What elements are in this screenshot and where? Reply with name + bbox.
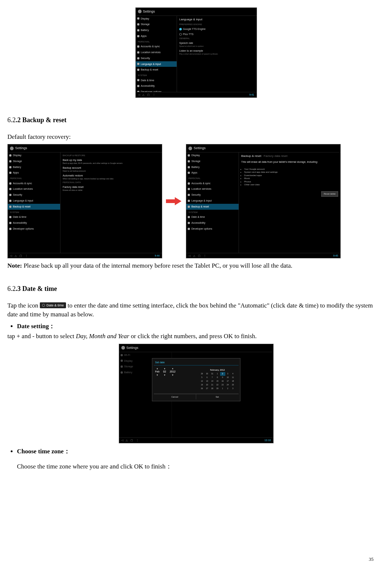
- sidebar-item-language[interactable]: Language & input: [8, 198, 60, 204]
- note-bold: Note:: [7, 262, 24, 269]
- listen-example[interactable]: Listen to an example Play a short demons…: [179, 48, 254, 56]
- sidebar-item-apps[interactable]: Apps: [186, 170, 239, 176]
- backup-account[interactable]: Backup account Need to set backup accoun…: [63, 165, 160, 173]
- sidebar-item-battery[interactable]: Battery: [136, 27, 177, 33]
- sidebar-head-personal: PERSONAL: [186, 176, 239, 180]
- sidebar-item-date[interactable]: Date & time: [186, 214, 239, 220]
- backup-data-label: Back up my data: [63, 159, 82, 161]
- ds-italic: Day, Month and Year: [76, 333, 129, 340]
- sidebar-item-battery[interactable]: Battery: [8, 164, 60, 170]
- screen-title: Settings: [126, 346, 139, 350]
- sidebar-item-location[interactable]: Location services: [8, 186, 60, 192]
- spin-month[interactable]: ▲Feb▼: [155, 367, 160, 392]
- sidebar-item-apps[interactable]: Apps: [8, 170, 60, 176]
- backup-restore-head: BACKUP & RESTORE: [63, 154, 160, 157]
- settings-sidebar: Display Storage Battery Apps PERSONAL Ac…: [8, 152, 60, 253]
- sidebar-item-accounts[interactable]: Accounts & sync: [8, 181, 60, 186]
- sidebar-item-language[interactable]: Language & input: [136, 61, 177, 67]
- reset-warning-text: This will erase all data from your table…: [241, 161, 318, 163]
- sidebar-item-date[interactable]: Date & time: [8, 214, 60, 220]
- date-time-badge: Date & time: [40, 302, 66, 309]
- settings-main: Language & input PREFERRED ENGINE Google…: [177, 16, 256, 92]
- sidebar-item-storage[interactable]: Storage: [136, 21, 177, 27]
- heading-623: 6.2.3 Date & time: [7, 281, 385, 295]
- speech-rate[interactable]: Speech rate Speed at which text is spoke…: [179, 41, 254, 48]
- screen-header: Settings: [8, 144, 162, 152]
- reset-tablet-button[interactable]: Reset tablet: [321, 191, 338, 196]
- settings-screen-date: Settings Wi-Fi Display Storage Battery S…: [119, 344, 274, 443]
- screen-title: Settings: [194, 146, 206, 151]
- ds-b: or click the right numbers, and press OK…: [129, 333, 257, 340]
- sidebar-item-accounts[interactable]: Accounts & sync: [136, 44, 177, 49]
- cancel-button[interactable]: Cancel: [154, 394, 197, 399]
- sidebar-head-system: SYSTEM: [186, 210, 239, 214]
- calendar[interactable]: February, 2012 2930311234 567891011 1213…: [198, 367, 237, 392]
- gear-icon: [138, 10, 142, 13]
- crumb-sub: Factory data reset: [264, 154, 287, 158]
- sidebar-item-backup[interactable]: Backup & reset: [186, 204, 239, 210]
- sidebar-item-display[interactable]: Display: [186, 152, 239, 158]
- sidebar-item-accounts[interactable]: Accounts & sync: [186, 181, 239, 186]
- backup-account-label: Backup account: [63, 166, 81, 169]
- datetime-intro: Tap the icon Date & time to enter the da…: [7, 301, 385, 319]
- sidebar-item-developer[interactable]: Developer options: [136, 89, 177, 92]
- sidebar-item-date[interactable]: Date & time: [136, 78, 177, 83]
- spin-year[interactable]: ▲2012▼: [170, 367, 176, 392]
- spin-day[interactable]: ▲02▼: [163, 367, 166, 392]
- sidebar-item-backup[interactable]: Backup & reset: [136, 67, 177, 73]
- badge-label: Date & time: [46, 303, 64, 308]
- sidebar-item-display[interactable]: Display: [8, 152, 60, 158]
- gear-icon: [121, 346, 125, 350]
- set-date-dialog: Set date ▲Feb▼ ▲02▼ ▲2012▼ February, 201…: [152, 358, 240, 402]
- backup-screen-right: Settings Display Storage Battery Apps PE…: [186, 144, 341, 258]
- sidebar-item-accessibility[interactable]: Accessibility: [186, 220, 239, 226]
- factory-reset-desc: Erases all data on tablet: [63, 189, 160, 192]
- sidebar-item-language[interactable]: Language & input: [186, 198, 239, 204]
- engine-pico[interactable]: Pico TTS: [179, 32, 254, 37]
- sidebar-item-accessibility[interactable]: Accessibility: [136, 83, 177, 89]
- screen-header: Settings: [119, 344, 273, 352]
- set-button[interactable]: Set: [196, 394, 239, 399]
- nav-icons[interactable]: ◁ △ ▢ ⋮: [138, 93, 157, 97]
- sidebar-item-location[interactable]: Location services: [186, 186, 239, 192]
- sidebar-item-backup[interactable]: Backup & reset: [8, 204, 60, 210]
- backup-data[interactable]: Back up my data Back up app data, Wi-Fi …: [63, 158, 160, 165]
- sidebar-item-security[interactable]: Security: [186, 192, 239, 198]
- sidebar-item-display[interactable]: Display: [136, 16, 177, 22]
- clock-icon: [42, 304, 45, 307]
- backup-screen-left: Settings Display Storage Battery Apps PE…: [7, 144, 162, 258]
- sidebar-item-storage[interactable]: Storage: [186, 158, 239, 164]
- sidebar-item-developer[interactable]: Developer options: [186, 226, 239, 232]
- sidebar-item-accessibility[interactable]: Accessibility: [8, 220, 60, 226]
- nav-icons[interactable]: ◁ △ ▢ ⋮: [188, 254, 207, 258]
- speech-rate-label: Speech rate: [179, 42, 193, 44]
- sidebar-item-developer[interactable]: Developer options: [8, 226, 60, 232]
- nav-icons[interactable]: ◁ △ ▢ ⋮: [10, 254, 29, 258]
- gear-icon: [10, 147, 14, 150]
- ds-a: tap + and - button to select: [7, 333, 76, 340]
- sidebar-head-system: SYSTEM: [8, 210, 60, 214]
- sidebar-head-personal: PERSONAL: [8, 176, 60, 180]
- screen-title: Settings: [15, 146, 27, 151]
- nav-icons[interactable]: ◁ △ ▢ ⋮: [121, 439, 140, 442]
- sidebar-item-location[interactable]: Location services: [136, 49, 177, 55]
- sidebar-item-storage[interactable]: Storage: [8, 158, 60, 164]
- heading-num: 6.2: [7, 116, 16, 124]
- sidebar-item-security[interactable]: Security: [8, 192, 60, 198]
- reset-bullets: Your Google account System and app data …: [241, 167, 338, 187]
- listen-label: Listen to an example: [179, 49, 203, 52]
- breadcrumb: Backup & reset Factory data reset: [241, 154, 338, 158]
- bullet-item: Other user data: [244, 183, 338, 186]
- pref-engine-head: PREFERRED ENGINE: [179, 23, 254, 26]
- engine-google[interactable]: Google TTS Engine: [179, 27, 254, 32]
- auto-restore[interactable]: Automatic restore When reinstalling an a…: [63, 173, 160, 181]
- sidebar-item-apps[interactable]: Apps: [136, 33, 177, 39]
- bullet-item: Your Google account: [244, 168, 338, 171]
- language-input-screenshot: Settings Display Storage Battery Apps PE…: [7, 7, 385, 98]
- sidebar-item-security[interactable]: Security: [136, 55, 177, 61]
- factory-reset[interactable]: Factory data reset Erases all data on ta…: [63, 185, 160, 192]
- sidebar-item-battery[interactable]: Battery: [186, 164, 239, 170]
- calendar-grid[interactable]: 2930311234 567891011 12131415161718 1920…: [200, 372, 236, 391]
- intro-622: Default factory recovery:: [7, 133, 385, 141]
- reset-warning: This will erase all data from your table…: [241, 159, 338, 165]
